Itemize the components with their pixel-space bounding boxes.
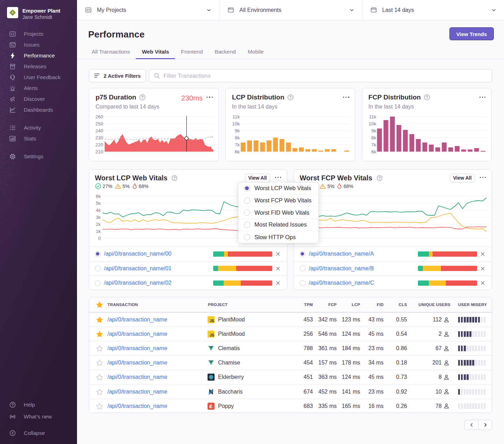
svg-text:9k: 9k [371, 128, 376, 133]
svg-text:250: 250 [95, 121, 103, 126]
svg-text:10k: 10k [232, 121, 240, 126]
svg-text:11k: 11k [232, 114, 240, 119]
svg-text:4k: 4k [96, 208, 101, 213]
svg-text:230: 230 [95, 135, 103, 140]
svg-text:2k: 2k [96, 222, 101, 227]
svg-text:260: 260 [95, 114, 103, 119]
svg-text:9k: 9k [235, 128, 240, 133]
svg-text:240: 240 [95, 128, 103, 133]
svg-text:7k: 7k [235, 142, 240, 147]
svg-text:8k: 8k [235, 135, 240, 140]
svg-text:11k: 11k [369, 114, 376, 119]
svg-text:JS: JS [210, 319, 214, 323]
svg-text:5k: 5k [96, 201, 101, 206]
svg-text:0: 0 [98, 236, 101, 241]
svg-text:1k: 1k [96, 229, 101, 234]
svg-text:6k: 6k [96, 194, 101, 199]
svg-text:6k: 6k [235, 149, 240, 154]
svg-text:JS: JS [210, 334, 214, 338]
svg-text:8k: 8k [371, 135, 376, 140]
svg-text:3k: 3k [96, 215, 101, 220]
svg-text:6k: 6k [371, 149, 376, 154]
svg-text:220: 220 [95, 142, 103, 147]
svg-text:7k: 7k [371, 142, 376, 147]
svg-text:210: 210 [95, 149, 103, 154]
svg-text:10k: 10k [369, 121, 376, 126]
